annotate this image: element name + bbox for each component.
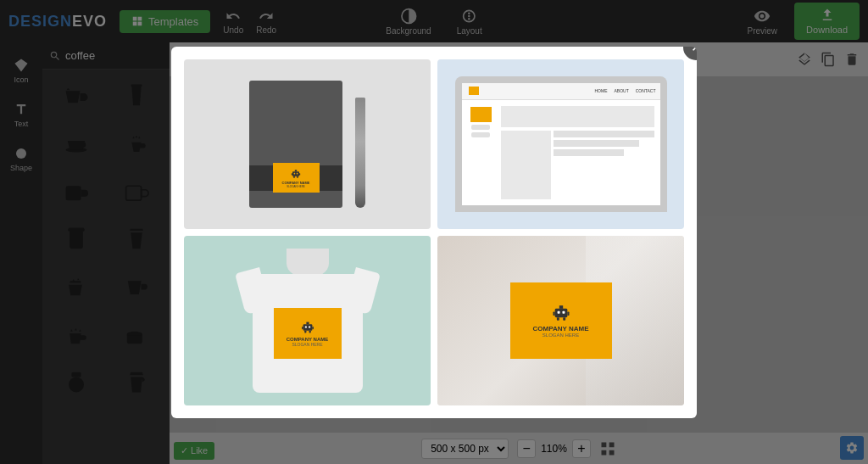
laptop-outer: HOME ABOUT CONTACT: [455, 76, 667, 212]
notebook-body: COMPANY NAME SLOGAN HERE: [249, 81, 342, 208]
wall-company-name: COMPANY NAME: [533, 325, 589, 333]
notebook-logo: COMPANY NAME SLOGAN HERE: [273, 163, 320, 193]
svg-rect-40: [563, 317, 565, 321]
wall-logo: COMPANY NAME SLOGAN HERE: [510, 282, 612, 359]
svg-rect-38: [567, 312, 569, 316]
mockup-grid: COMPANY NAME SLOGAN HERE HOM: [184, 59, 684, 405]
svg-rect-26: [304, 326, 306, 327]
svg-rect-21: [292, 173, 292, 175]
tshirt-logo: COMPANY NAME SLOGAN HERE: [274, 308, 342, 359]
laptop-nav: HOME ABOUT CONTACT: [462, 83, 660, 100]
wall-robot-icon: [552, 303, 570, 323]
laptop-screen: HOME ABOUT CONTACT: [462, 83, 660, 205]
svg-rect-30: [312, 326, 314, 328]
svg-rect-18: [294, 172, 296, 174]
svg-rect-31: [304, 330, 306, 333]
svg-rect-36: [559, 305, 562, 309]
laptop-logo-nav: [469, 87, 479, 95]
mockup-wall[interactable]: COMPANY NAME SLOGAN HERE: [437, 236, 684, 405]
svg-rect-20: [295, 170, 297, 171]
svg-rect-28: [306, 321, 309, 324]
svg-rect-24: [297, 176, 298, 177]
modal-close-button[interactable]: ✕: [683, 47, 697, 60]
mockup-notebook[interactable]: COMPANY NAME SLOGAN HERE: [184, 59, 431, 229]
tshirt: COMPANY NAME SLOGAN HERE: [240, 249, 376, 393]
mockup-laptop[interactable]: HOME ABOUT CONTACT: [437, 59, 684, 229]
svg-rect-19: [297, 172, 298, 174]
svg-rect-17: [292, 171, 299, 176]
modal-overlay[interactable]: ✕ COMPANY NAME SLOGAN HERE: [0, 0, 868, 464]
svg-rect-34: [557, 311, 559, 314]
svg-rect-25: [303, 324, 312, 330]
svg-rect-27: [309, 326, 310, 327]
mockup-tshirt[interactable]: COMPANY NAME SLOGAN HERE: [184, 236, 431, 405]
laptop-content: [462, 100, 660, 205]
notebook-band: COMPANY NAME SLOGAN HERE: [249, 165, 342, 191]
svg-rect-39: [556, 317, 559, 321]
svg-rect-22: [299, 173, 300, 175]
mockup-modal: ✕ COMPANY NAME SLOGAN HERE: [171, 47, 697, 418]
pen: [355, 98, 365, 208]
svg-rect-37: [553, 312, 554, 316]
svg-rect-35: [562, 311, 565, 314]
tshirt-robot-icon: [301, 320, 314, 335]
robot-icon: [291, 168, 301, 180]
svg-rect-29: [302, 326, 303, 328]
nav-contact: CONTACT: [636, 88, 656, 93]
wall-slogan: SLOGAN HERE: [542, 333, 579, 338]
svg-rect-23: [293, 176, 295, 177]
svg-rect-33: [554, 309, 567, 317]
svg-rect-32: [309, 330, 310, 333]
tshirt-slogan: SLOGAN HERE: [292, 342, 322, 347]
laptop-logo-area: [470, 107, 492, 122]
nav-home: HOME: [594, 88, 607, 93]
nav-about: ABOUT: [614, 88, 628, 93]
